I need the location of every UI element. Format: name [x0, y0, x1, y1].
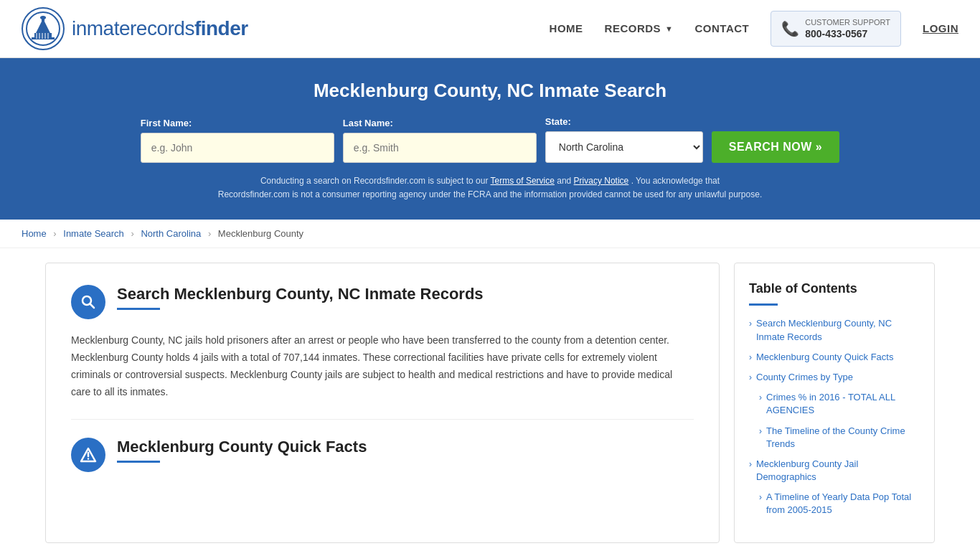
nav-records[interactable]: RECORDS ▼: [605, 22, 674, 34]
privacy-link[interactable]: Privacy Notice: [574, 176, 629, 186]
toc-link[interactable]: Mecklenburg County Quick Facts: [756, 351, 893, 364]
section2-underline: [117, 461, 160, 463]
svg-rect-5: [40, 16, 46, 19]
breadcrumb-sep-3: ›: [208, 228, 211, 239]
chevron-right-icon: ›: [749, 352, 752, 362]
chevron-right-icon: ›: [749, 372, 752, 382]
nav-contact[interactable]: CONTACT: [695, 22, 750, 34]
toc-list: › Search Mecklenburg County, NC Inmate R…: [749, 317, 920, 517]
content-left: Search Mecklenburg County, NC Inmate Rec…: [45, 263, 720, 542]
svg-rect-8: [42, 33, 43, 39]
toc-item: › The Timeline of the County Crime Trend…: [749, 425, 920, 451]
section1-heading: Search Mecklenburg County, NC Inmate Rec…: [71, 285, 694, 319]
chevron-right-icon: ›: [749, 319, 752, 329]
section2-title: Mecklenburg County Quick Facts: [117, 438, 367, 456]
toc-link[interactable]: Search Mecklenburg County, NC Inmate Rec…: [756, 317, 920, 343]
chevron-down-icon: ▼: [665, 24, 673, 33]
svg-rect-10: [47, 33, 49, 39]
section1-body: Mecklenburg County, NC jails hold prison…: [71, 332, 694, 400]
toc-item: › Search Mecklenburg County, NC Inmate R…: [749, 317, 920, 343]
toc-title: Table of Contents: [749, 281, 920, 296]
breadcrumb-sep-1: ›: [53, 228, 56, 239]
search-icon: [71, 285, 105, 319]
section2-title-wrap: Mecklenburg County Quick Facts: [117, 438, 367, 463]
svg-line-12: [90, 304, 95, 309]
toc-link[interactable]: Crimes % in 2016 - TOTAL ALL AGENCIES: [766, 391, 920, 417]
section1-underline: [117, 308, 160, 310]
svg-rect-9: [44, 33, 46, 39]
first-name-group: First Name:: [141, 118, 334, 163]
state-group: State: North Carolina: [545, 116, 703, 163]
nav-login[interactable]: LOGIN: [923, 22, 958, 34]
search-banner: Mecklenburg County, NC Inmate Search Fir…: [0, 58, 980, 220]
breadcrumb-state[interactable]: North Carolina: [141, 228, 201, 239]
chevron-right-icon: ›: [759, 492, 762, 502]
chevron-right-icon: ›: [749, 459, 752, 469]
section1-title-wrap: Search Mecklenburg County, NC Inmate Rec…: [117, 285, 484, 310]
first-name-input[interactable]: [141, 133, 334, 163]
toc-item: › Mecklenburg County Quick Facts: [749, 351, 920, 364]
svg-rect-4: [42, 19, 44, 24]
toc-link[interactable]: A Timeline of Yearly Data Pop Total from…: [766, 491, 920, 517]
toc-link[interactable]: The Timeline of the County Crime Trends: [766, 425, 920, 451]
main-nav: HOME RECORDS ▼ CONTACT 📞 CUSTOMER SUPPOR…: [550, 11, 958, 47]
section2-heading: Mecklenburg County Quick Facts: [71, 438, 694, 472]
breadcrumb-sep-2: ›: [131, 228, 133, 239]
svg-rect-7: [39, 33, 40, 39]
phone-icon: 📞: [781, 20, 799, 37]
toc-item: › Mecklenburg County Jail Demographics: [749, 458, 920, 484]
section-divider: [71, 419, 694, 420]
toc-link[interactable]: Mecklenburg County Jail Demographics: [756, 458, 920, 484]
toc-item: › Crimes % in 2016 - TOTAL ALL AGENCIES: [749, 391, 920, 417]
search-form: First Name: Last Name: State: North Caro…: [29, 116, 951, 163]
first-name-label: First Name:: [141, 118, 334, 128]
search-button[interactable]: SEARCH NOW »: [712, 131, 839, 163]
toc-item: › A Timeline of Yearly Data Pop Total fr…: [749, 491, 920, 517]
last-name-group: Last Name:: [343, 118, 537, 163]
banner-title: Mecklenburg County, NC Inmate Search: [29, 80, 951, 102]
chevron-right-icon: ›: [759, 426, 762, 436]
last-name-label: Last Name:: [343, 118, 537, 128]
toc-link[interactable]: County Crimes by Type: [756, 371, 853, 384]
logo-text: inmaterecordsfinder: [72, 17, 248, 40]
customer-support-box: 📞 CUSTOMER SUPPORT 800-433-0567: [771, 11, 901, 47]
support-text: CUSTOMER SUPPORT 800-433-0567: [805, 17, 890, 40]
logo-area: inmaterecordsfinder: [22, 7, 248, 50]
logo-icon: [22, 7, 65, 50]
last-name-input[interactable]: [343, 133, 537, 163]
breadcrumb-current: Mecklenburg County: [218, 228, 303, 239]
breadcrumb-inmate-search[interactable]: Inmate Search: [63, 228, 124, 239]
section1-title: Search Mecklenburg County, NC Inmate Rec…: [117, 285, 484, 303]
warning-icon: [71, 438, 105, 472]
breadcrumb-home[interactable]: Home: [22, 228, 47, 239]
svg-rect-6: [36, 33, 37, 39]
nav-home[interactable]: HOME: [550, 22, 583, 34]
toc-item: › County Crimes by Type: [749, 371, 920, 384]
state-label: State:: [545, 116, 703, 127]
svg-point-15: [88, 458, 89, 459]
terms-link[interactable]: Terms of Service: [491, 176, 555, 186]
breadcrumb: Home › Inmate Search › North Carolina › …: [0, 220, 980, 248]
site-header: inmaterecordsfinder HOME RECORDS ▼ CONTA…: [0, 0, 980, 58]
disclaimer-text: Conducting a search on Recordsfinder.com…: [29, 174, 951, 202]
state-select[interactable]: North Carolina: [545, 131, 703, 163]
main-content: Search Mecklenburg County, NC Inmate Rec…: [24, 248, 956, 551]
chevron-right-icon: ›: [759, 392, 762, 402]
content-right: Table of Contents › Search Mecklenburg C…: [734, 263, 935, 542]
toc-underline: [749, 303, 778, 306]
